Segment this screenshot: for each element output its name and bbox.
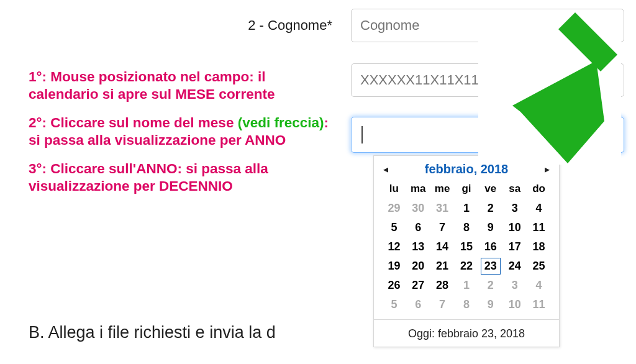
calendar-day[interactable]: 2 xyxy=(478,276,502,295)
prev-month-icon[interactable]: ◂ xyxy=(381,163,390,175)
calendar-day[interactable]: 29 xyxy=(382,199,406,218)
weekday-header: do xyxy=(527,180,551,199)
calendar-day[interactable]: 7 xyxy=(430,218,455,237)
calendar-day[interactable]: 14 xyxy=(430,237,455,257)
calendar-day[interactable]: 8 xyxy=(455,218,479,237)
calendar-day[interactable]: 13 xyxy=(406,237,430,257)
weekday-header: sa xyxy=(502,180,527,199)
calendar-grid: lumamegivesado 2930311234567891011121314… xyxy=(382,180,551,314)
datepicker-popup: ◂ febbraio, 2018 ▸ lumamegivesado 293031… xyxy=(373,155,560,347)
calendar-day[interactable]: 11 xyxy=(527,218,551,237)
weekday-header: ve xyxy=(478,180,502,199)
calendar-day[interactable]: 11 xyxy=(527,295,551,314)
calendar-day[interactable]: 6 xyxy=(406,218,430,237)
calendar-day[interactable]: 3 xyxy=(502,199,527,218)
section-b-heading: B. Allega i file richiesti e invia la d xyxy=(29,323,276,342)
calendar-day[interactable]: 5 xyxy=(382,295,406,314)
green-arrow-note: (vedi freccia) xyxy=(238,115,324,130)
calendar-day[interactable]: 4 xyxy=(527,276,551,295)
weekday-header: lu xyxy=(382,180,406,199)
calendar-day[interactable]: 31 xyxy=(430,199,455,218)
calendar-day[interactable]: 23 xyxy=(478,257,502,276)
code-input[interactable] xyxy=(351,63,624,97)
calendar-day[interactable]: 9 xyxy=(478,295,502,314)
cognome-label: 2 - Cognome* xyxy=(0,17,351,34)
calendar-day[interactable]: 3 xyxy=(502,276,527,295)
calendar-day[interactable]: 8 xyxy=(455,295,479,314)
calendar-day[interactable]: 5 xyxy=(382,218,406,237)
cognome-input[interactable] xyxy=(351,9,624,42)
calendar-day[interactable]: 30 xyxy=(406,199,430,218)
calendar-day[interactable]: 10 xyxy=(502,218,527,237)
instruction-step-1: 1°: Mouse posizionato nel campo: il cale… xyxy=(29,68,339,103)
weekday-header: gi xyxy=(455,180,479,199)
instruction-step-3: 3°: Cliccare sull'ANNO: si passa alla vi… xyxy=(29,160,339,195)
calendar-day[interactable]: 25 xyxy=(527,257,551,276)
calendar-day[interactable]: 4 xyxy=(527,199,551,218)
calendar-day[interactable]: 2 xyxy=(478,199,502,218)
calendar-day[interactable]: 26 xyxy=(382,276,406,295)
calendar-day[interactable]: 15 xyxy=(455,237,479,257)
calendar-day[interactable]: 20 xyxy=(406,257,430,276)
date-input[interactable] xyxy=(351,117,624,153)
calendar-title[interactable]: febbraio, 2018 xyxy=(425,162,509,176)
calendar-day[interactable]: 19 xyxy=(382,257,406,276)
calendar-day[interactable]: 7 xyxy=(430,295,455,314)
weekday-header: me xyxy=(430,180,455,199)
calendar-day[interactable]: 6 xyxy=(406,295,430,314)
instructions-block: 1°: Mouse posizionato nel campo: il cale… xyxy=(29,68,339,206)
weekday-header: ma xyxy=(406,180,430,199)
calendar-day[interactable]: 27 xyxy=(406,276,430,295)
calendar-footer-today[interactable]: Oggi: febbraio 23, 2018 xyxy=(374,319,559,347)
calendar-day[interactable]: 12 xyxy=(382,237,406,257)
calendar-day[interactable]: 21 xyxy=(430,257,455,276)
calendar-day[interactable]: 16 xyxy=(478,237,502,257)
calendar-day[interactable]: 24 xyxy=(502,257,527,276)
calendar-day[interactable]: 28 xyxy=(430,276,455,295)
instruction-step-2: 2°: Cliccare sul nome del mese (vedi fre… xyxy=(29,114,339,149)
calendar-day[interactable]: 18 xyxy=(527,237,551,257)
calendar-day[interactable]: 1 xyxy=(455,199,479,218)
calendar-day[interactable]: 1 xyxy=(455,276,479,295)
calendar-day[interactable]: 22 xyxy=(455,257,479,276)
calendar-day[interactable]: 17 xyxy=(502,237,527,257)
next-month-icon[interactable]: ▸ xyxy=(543,163,552,175)
calendar-day[interactable]: 10 xyxy=(502,295,527,314)
calendar-day[interactable]: 9 xyxy=(478,218,502,237)
